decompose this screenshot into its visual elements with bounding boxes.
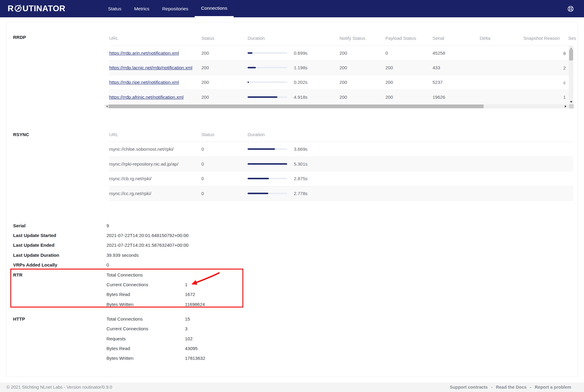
column-header-delta: Delta [480,36,523,41]
column-header-status: Status [201,36,248,41]
rsync-table: URL Status Duration rsync://chloe.soborn… [109,127,573,201]
summary-value: 39.939 seconds [106,252,139,258]
duration-value: 0.699s [294,50,308,56]
rsync-section-label: RSYNC [13,132,29,138]
rrdp-url-link[interactable]: https://rrdp.arin.net/notification.xml [109,50,179,56]
brand-text-prefix: R [8,4,14,13]
footer-links: Support contracts - Read the Docs - Repo… [450,383,571,392]
duration-bar [248,67,287,68]
vertical-scrollbar[interactable] [569,46,573,104]
column-header-session: Ses [568,36,576,41]
summary-label: VRPs Added Locally [13,262,57,268]
footer-separator: - [491,385,492,390]
stat-value: 1672 [185,291,195,297]
tab-connections[interactable]: Connections [195,0,234,17]
serial-cell: 5237 [433,80,480,85]
rtr-section-label: RTR [13,272,23,278]
tab-repositories[interactable]: Repositories [156,0,195,17]
rrdp-url-link[interactable]: https://rrdp.lacnic.net/rrdp/notificatio… [109,65,192,70]
duration-cell: 2.778s [248,191,573,196]
rrdp-table: URL Status Duration Notify Status Payloa… [109,31,573,104]
tab-metrics[interactable]: Metrics [128,0,156,17]
duration-bar [248,193,287,194]
brand-text-suffix: UTINATOR [23,4,65,13]
stat-label: Current Connections [106,282,148,288]
http-stat-row: HTTP Total Connections 15 [6,316,578,322]
stat-label: Total Connections [106,272,143,278]
horizontal-scrollbar-thumb[interactable] [109,105,484,108]
stat-label: Bytes Read [106,346,130,352]
duration-value: 2.875s [294,176,308,181]
footer-link-read-the-docs[interactable]: Read the Docs [496,385,527,390]
duration-value: 2.778s [294,191,308,196]
scroll-down-icon[interactable] [569,100,573,104]
session-cell: 1 [563,95,566,100]
scroll-left-icon[interactable] [105,104,109,108]
stat-value: 43095 [185,346,198,352]
status-cell: 200 [201,80,248,85]
summary-label: Serial [13,223,26,229]
table-row: rsync://cb.rg.net/rpki/ 0 2.875s [109,171,573,186]
table-row: rsync://cc.rg.net/rpki/ 0 2.778s [109,186,573,201]
rrdp-section-label: RRDP [13,34,26,40]
table-row: https://rrdp.afrinic.net/notification.xm… [109,90,573,104]
horizontal-scrollbar[interactable] [104,104,574,108]
rsync-url-text: rsync://cc.rg.net/rpki/ [109,191,201,196]
http-stat-row: Requests 102 [6,336,578,342]
rrdp-url-link[interactable]: https://rrdp.afrinic.net/notification.xm… [109,95,183,100]
stat-value: 11698624 [185,301,205,308]
stat-label: Total Connections [106,316,143,322]
summary-label: Last Update Duration [13,252,59,258]
summary-row: Last Update Duration 39.939 seconds [6,252,578,258]
column-header-url: URL [109,132,201,137]
footer-link-report-a-problem[interactable]: Report a problem [535,385,571,390]
stat-label: Bytes Written [106,355,134,361]
session-cell: c [564,80,566,85]
column-header-payload-status: Payload Status [385,36,433,41]
help-icon[interactable] [567,5,574,12]
brand-logo[interactable]: R UTINATOR [8,0,65,17]
notify-status-cell: 200 [339,65,385,70]
rsync-table-header: URL Status Duration [109,127,573,142]
column-header-duration: Duration [248,36,339,41]
table-row: https://rrdp.ripe.net/notification.xml 2… [109,75,573,90]
content-card: RRDP URL Status Duration Notify Status P… [6,22,578,377]
status-cell: 0 [201,176,248,181]
rtr-stat-row: Current Connections 1 [6,282,578,288]
top-navbar: R UTINATOR Status Metrics Repositories C… [0,0,584,17]
stat-label: Requests [106,336,126,342]
duration-bar [248,81,287,83]
serial-cell: 45258 [433,50,480,56]
summary-row: Serial 9 [6,223,578,229]
stat-value: 1 [185,282,187,288]
duration-cell: 4.918s [248,95,339,100]
duration-bar [248,163,287,165]
http-stat-row: Current Connections 3 [6,326,578,332]
http-section-label: HTTP [13,316,25,322]
payload-status-cell: 200 [385,80,433,85]
duration-value: 1.198s [294,65,308,70]
duration-cell: 0.202s [248,80,339,85]
vertical-scrollbar-thumb[interactable] [569,50,573,60]
rrdp-url-link[interactable]: https://rrdp.ripe.net/notification.xml [109,80,179,85]
column-header-notify-status: Notify Status [339,36,385,41]
column-header-duration: Duration [248,132,573,137]
summary-value: 2021-07-22T14:20:01.648150792+00:00 [106,232,189,239]
stat-label: Current Connections [106,326,148,332]
scroll-right-icon[interactable] [563,104,568,108]
footer-separator: - [530,385,531,390]
status-cell: 0 [201,146,248,152]
serial-cell: 19626 [433,95,480,100]
rsync-url-text: rsync://rpki-repository.nic.ad.jp/ap/ [109,161,201,167]
duration-bar [248,96,287,98]
http-stat-row: Bytes Written 17813632 [6,355,578,361]
stat-value: 102 [185,336,193,342]
duration-cell: 3.669s [248,146,573,152]
table-row: rsync://rpki-repository.nic.ad.jp/ap/ 0 … [109,157,573,172]
summary-value: 2021-07-22T14:20:41.587632407+00:00 [106,242,189,248]
session-cell: 8 [563,50,566,56]
notify-status-cell: 200 [339,95,385,100]
footer-link-support-contracts[interactable]: Support contracts [450,385,488,390]
table-row: https://rrdp.lacnic.net/rrdp/notificatio… [109,60,573,75]
tab-status[interactable]: Status [102,0,128,17]
